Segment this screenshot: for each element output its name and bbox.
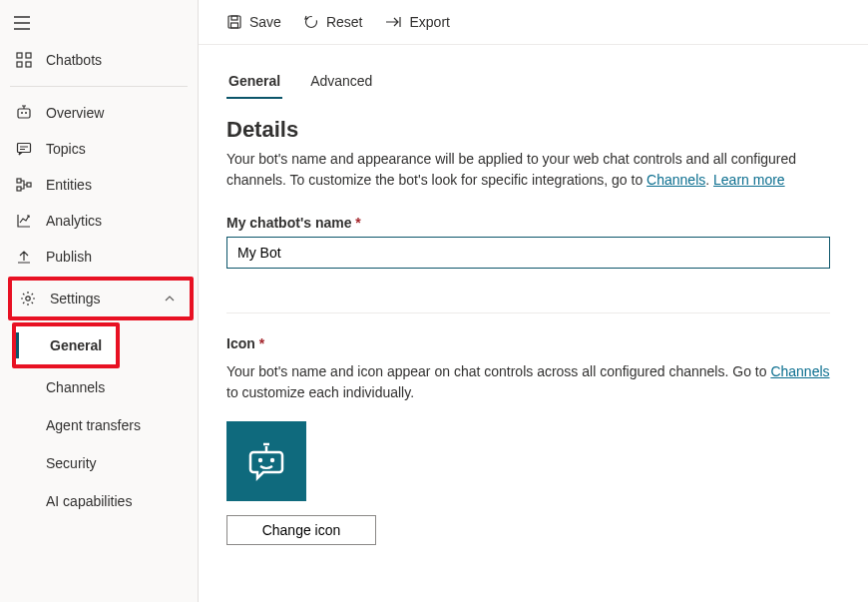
name-label-text: My chatbot's name [226,215,351,231]
chat-icon [14,141,34,157]
nav-chatbots[interactable]: Chatbots [0,42,198,78]
tabs: General Advanced [226,67,840,99]
subnav-security-label: Security [46,455,97,471]
export-button[interactable]: Export [377,8,458,36]
details-sep: . [705,172,713,188]
hamburger-icon [14,16,30,30]
entities-icon [14,177,34,193]
subnav-ai-capabilities[interactable]: AI capabilities [0,482,198,520]
svg-point-6 [25,112,27,114]
subnav-channels-label: Channels [46,379,105,395]
channels-link-2[interactable]: Channels [770,363,829,379]
svg-rect-13 [231,16,237,20]
subnav-general-label: General [50,337,102,353]
svg-point-5 [21,112,23,114]
svg-rect-4 [18,109,30,118]
tab-advanced-label: Advanced [310,73,372,89]
gear-icon [18,291,38,306]
svg-rect-2 [17,62,22,67]
subnav-channels[interactable]: Channels [0,368,198,406]
icon-desc-b: to customize each individually. [226,384,414,400]
content: General Advanced Details Your bot's name… [199,45,868,567]
icon-preview [226,421,306,501]
sidebar: Chatbots Overview Topics En [0,0,199,602]
svg-point-16 [258,458,262,462]
export-label: Export [410,14,450,30]
subnav-ai-capabilities-label: AI capabilities [46,493,132,509]
settings-subitems: General Channels Agent transfers Securit… [0,322,198,520]
nav-chatbots-label: Chatbots [46,52,184,68]
icon-description: Your bot's name and icon appear on chat … [226,361,840,403]
section-divider [226,312,830,313]
svg-rect-3 [26,62,31,67]
nav-topics[interactable]: Topics [0,131,198,167]
nav-topics-label: Topics [46,141,184,157]
reset-button[interactable]: Reset [295,8,371,36]
bot-avatar-icon [243,438,289,484]
subnav-security[interactable]: Security [0,444,198,482]
tab-general[interactable]: General [226,67,282,99]
divider [10,86,188,87]
icon-label-text: Icon [226,335,255,351]
icon-field-label: Icon * [226,335,840,351]
icon-desc-a: Your bot's name and icon appear on chat … [226,363,770,379]
export-icon [385,15,403,29]
nav-entities[interactable]: Entities [0,167,198,203]
publish-icon [14,249,34,265]
subnav-agent-transfers-label: Agent transfers [46,417,141,433]
subnav-agent-transfers[interactable]: Agent transfers [0,406,198,444]
required-asterisk: * [259,335,264,351]
svg-rect-0 [17,53,22,58]
details-description: Your bot's name and appearance will be a… [226,149,840,191]
tab-advanced[interactable]: Advanced [308,67,374,99]
nav-analytics-label: Analytics [46,213,184,229]
highlight-general: General [12,322,120,368]
highlight-settings: Settings [8,277,194,320]
change-icon-label: Change icon [262,522,341,538]
nav-publish-label: Publish [46,249,184,265]
details-heading: Details [226,117,840,143]
learn-more-link[interactable]: Learn more [713,172,785,188]
name-field-label: My chatbot's name * [226,215,840,231]
change-icon-button[interactable]: Change icon [226,515,376,545]
nav-settings-label: Settings [50,291,152,306]
nav-publish[interactable]: Publish [0,239,198,275]
chevron-up-icon [164,293,176,304]
nav-overview-label: Overview [46,105,184,121]
analytics-icon [14,213,34,229]
hamburger-button[interactable] [0,6,198,38]
svg-rect-8 [17,179,21,183]
reset-icon [303,14,319,30]
svg-rect-7 [18,144,31,153]
channels-link[interactable]: Channels [647,172,705,188]
required-asterisk: * [355,215,360,231]
svg-rect-9 [17,187,21,191]
nav-settings[interactable]: Settings [12,281,190,316]
nav-overview[interactable]: Overview [0,95,198,131]
svg-rect-14 [231,23,238,28]
svg-rect-12 [228,16,240,28]
grid-icon [14,52,34,68]
nav-analytics[interactable]: Analytics [0,203,198,239]
reset-label: Reset [326,14,363,30]
save-icon [226,14,242,30]
subnav-general[interactable]: General [16,326,116,364]
bot-icon [14,105,34,121]
save-button[interactable]: Save [218,8,289,36]
nav-entities-label: Entities [46,177,184,193]
svg-rect-1 [26,53,31,58]
tab-general-label: General [228,73,280,89]
svg-point-17 [270,458,274,462]
svg-rect-10 [27,183,31,187]
save-label: Save [249,14,281,30]
main: Save Reset Export General [199,0,868,602]
command-bar: Save Reset Export [199,0,868,45]
chatbot-name-input[interactable] [226,237,830,269]
svg-point-11 [26,297,30,301]
